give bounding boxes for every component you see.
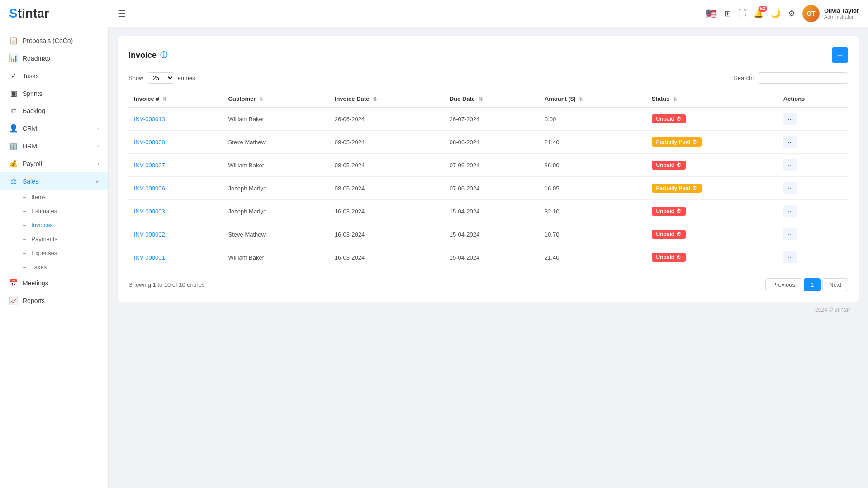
col-due-date[interactable]: Due Date ⇅	[444, 91, 539, 107]
notifications-icon[interactable]: 🔔 53	[754, 9, 764, 19]
fullscreen-icon[interactable]: ⛶	[738, 9, 746, 18]
settings-icon[interactable]: ⚙	[788, 9, 795, 19]
sidebar-item-hrm[interactable]: 🏢 HRM ›	[0, 137, 108, 155]
cell-amount: 0.00	[539, 107, 646, 131]
sidebar-item-payroll[interactable]: 💰 Payroll ›	[0, 155, 108, 172]
panel-title: Invoice ⓘ	[128, 51, 167, 60]
cell-invoice-num: INV-000001	[128, 246, 223, 269]
table-header: Invoice # ⇅ Customer ⇅ Invoice Date ⇅	[128, 91, 848, 107]
page-1-button[interactable]: 1	[804, 278, 821, 291]
sidebar-item-crm[interactable]: 👤 CRM ›	[0, 119, 108, 137]
sidebar-item-label: Meetings	[23, 280, 48, 287]
user-text: Olivia Taylor Administrator	[824, 7, 859, 19]
cell-customer: Steve Mathew	[223, 131, 329, 154]
cell-due-date: 15-04-2024	[444, 200, 539, 223]
col-invoice-num[interactable]: Invoice # ⇅	[128, 91, 223, 107]
sidebar-item-reports[interactable]: 📈 Reports	[0, 292, 108, 309]
cell-amount: 32.10	[539, 200, 646, 223]
invoice-link[interactable]: INV-000001	[134, 254, 165, 261]
cell-due-date: 07-06-2024	[444, 177, 539, 200]
table-row: INV-000013 William Baker 26-06-2024 26-0…	[128, 107, 848, 131]
sidebar-sub-item-payments[interactable]: – Payments	[23, 232, 108, 246]
sort-icon: ⇅	[479, 96, 483, 102]
col-customer[interactable]: Customer ⇅	[223, 91, 329, 107]
invoice-link[interactable]: INV-000006	[134, 185, 165, 192]
row-action-button[interactable]: ···	[783, 159, 798, 171]
entries-select[interactable]: 25 10 50 100	[147, 72, 174, 84]
cell-due-date: 07-06-2024	[444, 154, 539, 177]
invoice-link[interactable]: INV-000003	[134, 208, 165, 215]
row-action-button[interactable]: ···	[783, 205, 798, 217]
invoice-table: Invoice # ⇅ Customer ⇅ Invoice Date ⇅	[128, 91, 848, 269]
sidebar-sub-item-invoices[interactable]: – Invoices	[23, 218, 108, 232]
sidebar-item-sprints[interactable]: ▣ Sprints	[0, 85, 108, 102]
cell-invoice-date: 08-05-2024	[329, 177, 444, 200]
row-action-button[interactable]: ···	[783, 251, 798, 263]
invoice-link[interactable]: INV-000007	[134, 162, 165, 169]
sales-submenu: – Items – Estimates – Invoices – Payment…	[0, 190, 108, 274]
crm-icon: 👤	[9, 124, 18, 133]
sidebar-item-roadmap[interactable]: 📊 Roadmap	[0, 49, 108, 67]
clock-icon: ⏱	[692, 185, 697, 191]
row-action-button[interactable]: ···	[783, 136, 798, 148]
panel-header: Invoice ⓘ +	[128, 47, 848, 63]
next-button[interactable]: Next	[822, 278, 848, 291]
invoice-title-text: Invoice	[128, 51, 157, 60]
row-action-button[interactable]: ···	[783, 228, 798, 240]
footer-text: 2024 © Stintar	[815, 307, 850, 313]
language-flag-icon[interactable]: 🇺🇸	[706, 8, 717, 19]
invoice-link[interactable]: INV-000002	[134, 231, 165, 238]
sidebar-item-backlog[interactable]: ⧉ Backlog	[0, 102, 108, 119]
sidebar-item-proposals[interactable]: 📋 Proposals (CoCo)	[0, 32, 108, 49]
payroll-chevron-icon: ›	[97, 161, 99, 167]
search-area: Search:	[734, 72, 848, 84]
invoice-link[interactable]: INV-000008	[134, 139, 165, 146]
cell-due-date: 15-04-2024	[444, 246, 539, 269]
roadmap-icon: 📊	[9, 54, 18, 62]
sub-dash-icon: –	[23, 236, 26, 242]
status-badge: Partially Paid ⏱	[652, 184, 702, 193]
sidebar-sub-label: Items	[31, 194, 46, 200]
row-action-button[interactable]: ···	[783, 113, 798, 125]
cell-actions: ···	[778, 154, 848, 177]
sidebar-item-meetings[interactable]: 📅 Meetings	[0, 274, 108, 292]
sales-chevron-icon: ∨	[95, 178, 99, 185]
search-input[interactable]	[758, 72, 848, 84]
col-status[interactable]: Status ⇅	[646, 91, 778, 107]
cell-invoice-date: 16-03-2024	[329, 200, 444, 223]
row-action-button[interactable]: ···	[783, 182, 798, 194]
sort-icon: ⇅	[579, 96, 583, 102]
cell-customer: William Baker	[223, 154, 329, 177]
col-invoice-date[interactable]: Invoice Date ⇅	[329, 91, 444, 107]
cell-status: Partially Paid ⏱	[646, 131, 778, 154]
invoice-panel: Invoice ⓘ + Show 25 10 50 100 entries	[118, 36, 859, 302]
cell-actions: ···	[778, 131, 848, 154]
sidebar-item-tasks[interactable]: ✓ Tasks	[0, 67, 108, 85]
sidebar-item-sales[interactable]: ⚖ Sales ∨	[0, 172, 108, 190]
cell-invoice-date: 08-05-2024	[329, 154, 444, 177]
info-icon[interactable]: ⓘ	[160, 51, 167, 60]
tasks-icon: ✓	[9, 71, 18, 80]
status-badge: Unpaid ⏱	[652, 207, 686, 216]
sidebar-sub-item-estimates[interactable]: – Estimates	[23, 204, 108, 218]
sidebar-sub-item-taxes[interactable]: – Taxes	[23, 260, 108, 274]
add-invoice-button[interactable]: +	[832, 47, 848, 63]
dark-mode-icon[interactable]: 🌙	[771, 9, 781, 19]
status-badge: Unpaid ⏱	[652, 230, 686, 239]
pagination-controls: Previous 1 Next	[765, 278, 848, 291]
hamburger-icon[interactable]: ☰	[118, 8, 126, 19]
apps-icon[interactable]: ⊞	[724, 9, 731, 19]
cell-invoice-num: INV-000002	[128, 223, 223, 246]
user-info[interactable]: OT Olivia Taylor Administrator	[802, 5, 859, 22]
col-amount[interactable]: Amount ($) ⇅	[539, 91, 646, 107]
cell-status: Unpaid ⏱	[646, 246, 778, 269]
sidebar-sub-item-items[interactable]: – Items	[23, 190, 108, 204]
table-row: INV-000002 Steve Mathew 16-03-2024 15-04…	[128, 223, 848, 246]
invoice-link[interactable]: INV-000013	[134, 116, 165, 123]
sidebar-sub-item-expenses[interactable]: – Expenses	[23, 246, 108, 260]
col-actions: Actions	[778, 91, 848, 107]
cell-invoice-date: 16-03-2024	[329, 223, 444, 246]
cell-actions: ···	[778, 246, 848, 269]
previous-button[interactable]: Previous	[765, 278, 802, 291]
hrm-chevron-icon: ›	[97, 143, 99, 149]
